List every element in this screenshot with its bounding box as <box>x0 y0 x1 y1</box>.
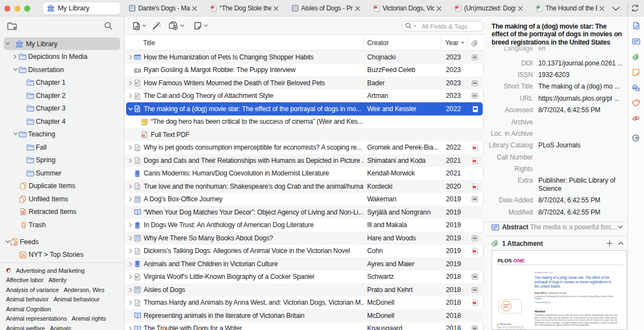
svg-text:PDF: PDF <box>142 134 146 136</box>
